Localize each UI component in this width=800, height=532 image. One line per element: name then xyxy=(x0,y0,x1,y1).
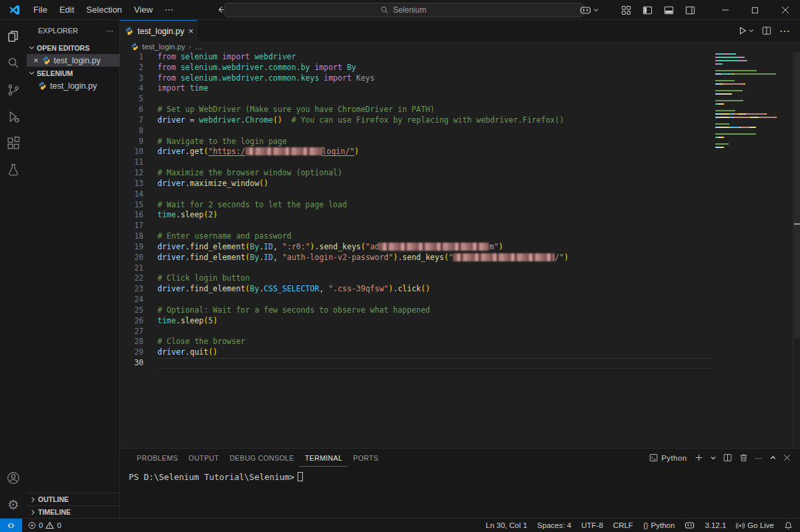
warning-icon xyxy=(45,521,54,529)
menu-view[interactable]: View xyxy=(128,0,159,20)
code-line[interactable] xyxy=(157,358,713,369)
code-line[interactable]: # Navigate to the login page xyxy=(157,137,713,147)
sidebar-more-actions[interactable]: ⋯ xyxy=(106,27,114,35)
code-line[interactable]: # Wait for 2 seconds to let the page loa… xyxy=(157,200,713,211)
python-version-status[interactable]: 3.12.1 xyxy=(705,521,726,529)
code-line[interactable] xyxy=(157,94,713,105)
code-line[interactable] xyxy=(157,263,713,274)
extensions-icon[interactable] xyxy=(0,130,27,157)
code-line[interactable] xyxy=(157,126,713,137)
outline-section[interactable]: OUTLINE xyxy=(27,493,119,505)
cursor-position-status[interactable]: Ln 30, Col 1 xyxy=(486,521,527,529)
go-live-status[interactable]: Go Live xyxy=(736,521,774,530)
code-line[interactable] xyxy=(157,157,713,168)
split-editor-icon[interactable] xyxy=(762,26,771,35)
code-line[interactable] xyxy=(157,221,713,231)
minimize-button[interactable] xyxy=(710,0,740,20)
folder-section[interactable]: SELENIUM xyxy=(27,67,119,79)
code-line[interactable]: from selenium.webdriver.common.by import… xyxy=(157,63,713,73)
code-line[interactable]: # Enter username and password xyxy=(157,231,713,242)
eol-status[interactable]: CRLF xyxy=(613,521,633,529)
code-line[interactable]: driver.find_element(By.ID, "auth-login-v… xyxy=(157,253,713,263)
language-status[interactable]: {} Python xyxy=(643,521,675,529)
command-center-search[interactable]: Selenium xyxy=(224,3,584,17)
scrollbar[interactable] xyxy=(793,52,800,448)
settings-gear-icon[interactable]: ⚙ xyxy=(0,491,27,518)
breadcrumb[interactable]: test_login.py › … xyxy=(120,41,800,52)
menu-selection[interactable]: Selection xyxy=(80,0,127,20)
menu-overflow[interactable]: ⋯ xyxy=(159,5,180,15)
error-count: 0 xyxy=(39,521,43,529)
panel-tab-terminal[interactable]: TERMINAL xyxy=(300,449,348,467)
terminal-profile[interactable]: Python xyxy=(649,453,687,462)
more-actions-icon[interactable]: ⋯ xyxy=(779,25,791,37)
split-terminal-icon[interactable] xyxy=(723,453,732,462)
code-line[interactable]: import time xyxy=(157,83,713,94)
kill-terminal-icon[interactable] xyxy=(739,453,748,462)
code-line[interactable]: time.sleep(5) xyxy=(157,316,713,327)
code-line[interactable]: from selenium import webdriver xyxy=(157,52,713,63)
code-line[interactable]: # Optional: Wait for a few seconds to ob… xyxy=(157,305,713,316)
explorer-icon[interactable] xyxy=(0,23,27,50)
maximize-button[interactable] xyxy=(740,0,770,20)
tab-test-login[interactable]: test_login.py × xyxy=(120,20,197,41)
code-line[interactable]: # Close the browser xyxy=(157,337,713,347)
close-icon[interactable]: × xyxy=(188,26,193,36)
open-editor-item[interactable]: × test_login.py xyxy=(27,54,119,67)
code-line[interactable]: # Maximize the browser window (optional) xyxy=(157,168,713,179)
panel-tab-debug-console[interactable]: DEBUG CONSOLE xyxy=(224,449,300,467)
terminal-dropdown-icon[interactable] xyxy=(711,456,716,460)
code-line[interactable]: driver.quit() xyxy=(157,347,713,358)
code-line[interactable] xyxy=(157,295,713,305)
code-line[interactable]: driver.find_element(By.CSS_SELECTOR, ".c… xyxy=(157,284,713,295)
toggle-panel-icon[interactable] xyxy=(664,5,674,15)
code-line[interactable] xyxy=(157,189,713,200)
indentation-status[interactable]: Spaces: 4 xyxy=(537,521,571,529)
code-line[interactable] xyxy=(157,327,713,337)
code-line[interactable]: time.sleep(2) xyxy=(157,210,713,221)
source-control-icon[interactable] xyxy=(0,77,27,103)
more-icon[interactable]: ⋯ xyxy=(755,454,763,462)
problems-status[interactable]: 0 0 xyxy=(22,521,61,529)
close-icon[interactable]: × xyxy=(33,55,39,65)
toggle-secondary-sidebar-icon[interactable] xyxy=(685,5,695,15)
panel-tab-output[interactable]: OUTPUT xyxy=(183,449,225,467)
panel-tab-ports[interactable]: PORTS xyxy=(348,449,384,467)
timeline-section[interactable]: TIMELINE xyxy=(27,505,119,518)
scrollbar-slider[interactable] xyxy=(794,52,800,339)
code-line[interactable]: # Set up WebDriver (Make sure you have C… xyxy=(157,105,713,115)
maximize-panel-icon[interactable] xyxy=(770,455,776,460)
close-panel-icon[interactable] xyxy=(783,454,791,461)
copilot-menu[interactable] xyxy=(580,6,598,15)
copilot-status[interactable] xyxy=(685,521,695,529)
customize-layout-icon[interactable] xyxy=(621,5,631,15)
code-line[interactable]: # Click login button xyxy=(157,273,713,284)
panel-tab-problems[interactable]: PROBLEMS xyxy=(131,449,183,467)
code-line[interactable]: driver.maximize_window() xyxy=(157,179,713,189)
run-and-debug-icon[interactable] xyxy=(0,103,27,130)
account-icon[interactable] xyxy=(0,465,27,491)
code-line[interactable]: from selenium.webdriver.common.keys impo… xyxy=(157,73,713,84)
menu-file[interactable]: File xyxy=(27,0,53,20)
testing-icon[interactable] xyxy=(0,157,27,183)
terminal-output[interactable]: PS D:\Selenium Tutorial\Selenium> xyxy=(120,467,800,482)
search-icon[interactable] xyxy=(0,50,27,77)
code-content[interactable]: from selenium import webdriverfrom selen… xyxy=(157,52,713,448)
new-terminal-icon[interactable] xyxy=(695,453,703,462)
remote-indicator[interactable] xyxy=(0,519,22,532)
code-line[interactable]: driver = webdriver.Chrome() # You can us… xyxy=(157,115,713,126)
run-button[interactable] xyxy=(738,26,754,35)
code-editor[interactable]: 1234567891011121314151617181920212223242… xyxy=(120,52,800,448)
open-editors-section[interactable]: OPEN EDITORS xyxy=(27,41,119,54)
breadcrumb-tail[interactable]: … xyxy=(194,43,202,51)
menu-edit[interactable]: Edit xyxy=(53,0,80,20)
code-line[interactable]: driver.get("https:/login/") xyxy=(157,147,713,157)
breadcrumb-file[interactable]: test_login.py xyxy=(142,43,185,51)
encoding-status[interactable]: UTF-8 xyxy=(581,521,603,529)
code-line[interactable]: driver.find_element(By.ID, ":r0:").send_… xyxy=(157,242,713,253)
minimap[interactable] xyxy=(713,52,793,448)
toggle-sidebar-icon[interactable] xyxy=(643,5,653,15)
bell-icon[interactable] xyxy=(784,521,793,530)
close-window-button[interactable] xyxy=(770,0,800,20)
file-item[interactable]: test_login.py xyxy=(27,79,119,92)
